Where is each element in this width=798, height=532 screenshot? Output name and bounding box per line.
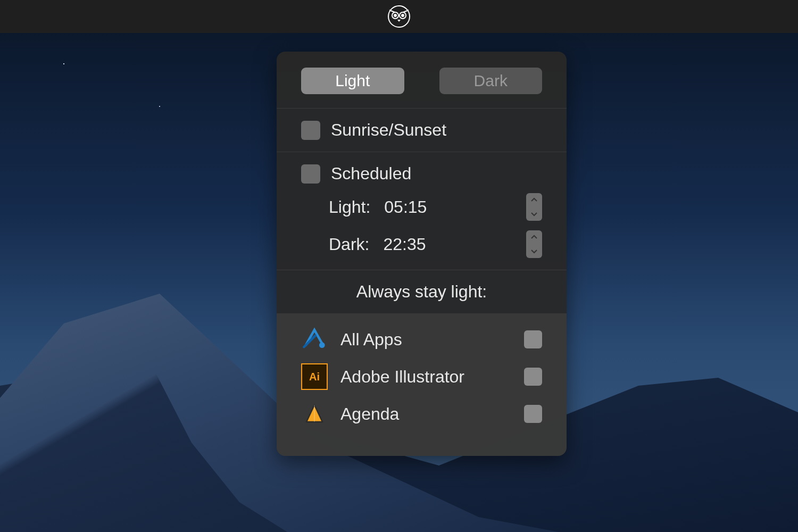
popover-arrow — [412, 52, 431, 53]
light-time-label: Light: — [329, 197, 370, 217]
app-row-all-apps: All Apps — [301, 321, 542, 358]
chevron-down-icon — [531, 211, 537, 217]
chevron-down-icon — [531, 248, 537, 254]
app-checkbox-all-apps[interactable] — [524, 330, 542, 348]
dark-mode-button[interactable]: Dark — [439, 68, 543, 94]
svg-point-5 — [319, 342, 325, 348]
scheduled-section: Scheduled Light: 05:15 Dark: 22:35 — [277, 152, 567, 270]
illustrator-icon: Ai — [301, 363, 328, 390]
svg-point-0 — [388, 6, 410, 27]
settings-popover: Light Dark Sunrise/Sunset Scheduled Ligh… — [277, 52, 567, 456]
all-apps-icon — [301, 326, 328, 353]
svg-point-4 — [402, 14, 404, 16]
sunrise-sunset-checkbox[interactable] — [301, 121, 320, 140]
chevron-up-icon — [531, 235, 537, 240]
light-time-row: Light: 05:15 — [301, 193, 542, 221]
app-label: Agenda — [340, 404, 511, 424]
sunrise-sunset-section: Sunrise/Sunset — [277, 109, 567, 152]
menu-bar — [0, 0, 798, 33]
agenda-icon — [301, 401, 328, 427]
always-stay-light-label: Always stay light: — [277, 270, 567, 313]
app-list[interactable]: All Apps Ai Adobe Illustrator Agenda — [277, 313, 567, 456]
app-label: Adobe Illustrator — [340, 367, 511, 387]
chevron-up-icon — [531, 197, 537, 203]
light-time-value[interactable]: 05:15 — [384, 197, 427, 217]
dark-time-stepper[interactable] — [526, 230, 542, 258]
scheduled-label: Scheduled — [331, 164, 411, 184]
app-row-illustrator: Ai Adobe Illustrator — [301, 358, 542, 395]
light-mode-button[interactable]: Light — [301, 68, 404, 94]
scheduled-checkbox[interactable] — [301, 164, 320, 184]
dark-time-label: Dark: — [329, 235, 369, 254]
sunrise-sunset-label: Sunrise/Sunset — [331, 120, 446, 140]
app-checkbox-illustrator[interactable] — [524, 368, 542, 386]
owl-menubar-icon[interactable] — [387, 5, 411, 28]
dark-time-row: Dark: 22:35 — [301, 230, 542, 258]
mode-toggle: Light Dark — [277, 52, 567, 108]
svg-point-3 — [394, 14, 396, 16]
app-label: All Apps — [340, 330, 511, 350]
app-checkbox-agenda[interactable] — [524, 405, 542, 423]
app-row-agenda: Agenda — [301, 395, 542, 433]
light-time-stepper[interactable] — [526, 193, 542, 221]
dark-time-value[interactable]: 22:35 — [383, 235, 426, 254]
